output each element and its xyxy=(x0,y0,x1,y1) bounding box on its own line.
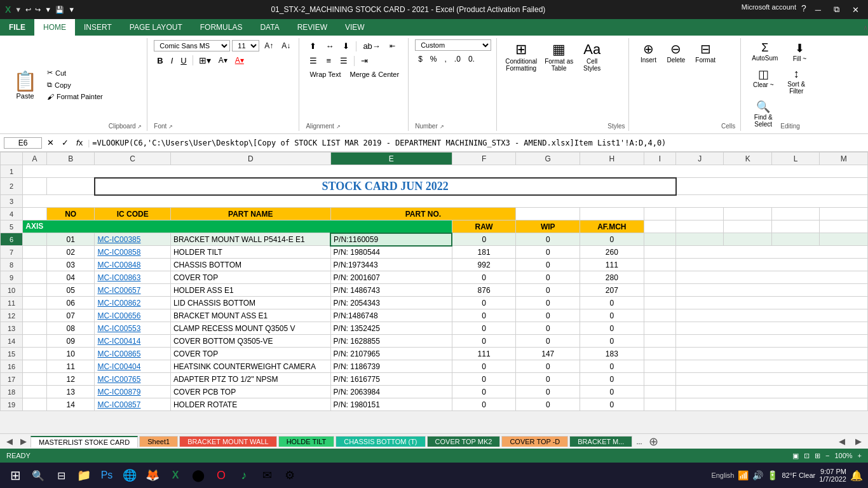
cell-h14[interactable]: 0 xyxy=(580,335,644,348)
cell-g11[interactable]: 0 xyxy=(516,297,580,309)
cell-g12[interactable]: 0 xyxy=(516,309,580,322)
increase-font-button[interactable]: A↑ xyxy=(261,39,276,52)
cell-e15[interactable]: P/N: 2107965 xyxy=(330,348,452,360)
font-family-select[interactable]: Comic Sans MS xyxy=(154,40,230,51)
align-center-button[interactable]: ≡ xyxy=(322,54,335,67)
cell-i11[interactable] xyxy=(644,297,675,309)
cell-l6[interactable] xyxy=(771,233,819,246)
cell-h15[interactable]: 183 xyxy=(580,348,644,360)
wrap-text-button[interactable]: Wrap Text xyxy=(306,69,344,80)
cell-f5-raw[interactable]: RAW xyxy=(452,220,516,233)
cell-d13[interactable]: CLAMP RECESS MOUNT Q3505 V xyxy=(170,322,330,335)
file-explorer-icon[interactable]: 📁 xyxy=(74,465,94,485)
format-as-table-button[interactable]: ▦ Format as Table xyxy=(541,39,576,74)
firefox-icon[interactable]: 🦊 xyxy=(142,465,163,485)
cell-g13[interactable]: 0 xyxy=(516,322,580,335)
spotify-icon[interactable]: ♪ xyxy=(234,465,254,485)
cell-b7[interactable]: 02 xyxy=(46,246,94,259)
col-header-k[interactable]: K xyxy=(724,152,771,165)
cell-i15[interactable] xyxy=(644,348,675,360)
cell-a4[interactable] xyxy=(23,208,47,220)
cell-f15[interactable]: 111 xyxy=(452,348,516,360)
cell-f9[interactable]: 0 xyxy=(452,271,516,284)
cell-reference-box[interactable]: E6 xyxy=(4,137,42,149)
orientation-button[interactable]: ab→ xyxy=(359,39,384,53)
cell-k4[interactable] xyxy=(724,208,771,220)
sheet-tab-cover-top-d[interactable]: COVER TOP -D xyxy=(501,436,568,447)
cell-j10[interactable] xyxy=(676,284,868,297)
col-header-d[interactable]: D xyxy=(170,152,330,165)
cell-b12[interactable]: 07 xyxy=(46,309,94,322)
photoshop-icon[interactable]: Ps xyxy=(97,465,117,485)
cell-i7[interactable] xyxy=(644,246,675,259)
sheet-tab-cover-top-mk2[interactable]: COVER TOP MK2 xyxy=(427,436,501,447)
cell-e10[interactable]: P/N: 1486743 xyxy=(330,284,452,297)
insert-button[interactable]: ⊕ Insert xyxy=(635,39,661,65)
align-left-button[interactable]: ☰ xyxy=(306,54,321,67)
col-header-a[interactable]: A xyxy=(23,152,47,165)
fill-button[interactable]: ⬇ Fill ~ xyxy=(783,39,815,64)
start-button[interactable]: ⊞ xyxy=(5,465,25,485)
cell-g18[interactable]: 0 xyxy=(516,386,580,398)
percent-button[interactable]: % xyxy=(427,53,440,65)
autosum-button[interactable]: Σ AutoSum xyxy=(747,39,782,64)
accounting-format-button[interactable]: $ xyxy=(415,53,426,65)
insert-function-button[interactable]: fx xyxy=(74,137,85,148)
align-bottom-button[interactable]: ⬇ xyxy=(339,39,353,53)
cell-a16[interactable] xyxy=(23,360,47,373)
col-header-m[interactable]: M xyxy=(820,152,868,165)
restore-button[interactable]: ⧉ xyxy=(830,3,843,16)
cell-j15[interactable] xyxy=(676,348,868,360)
cell-j9[interactable] xyxy=(676,271,868,284)
tab-scroll-left-button[interactable]: ◀ xyxy=(3,435,17,447)
borders-button[interactable]: ⊞▾ xyxy=(196,53,214,67)
cell-h11[interactable]: 0 xyxy=(580,297,644,309)
cell-j17[interactable] xyxy=(676,373,868,386)
tab-formulas[interactable]: FORMULAS xyxy=(191,19,252,36)
cell-b14[interactable]: 09 xyxy=(46,335,94,348)
cell-d6[interactable]: BRACKET MOUNT WALL P5414-E E1 xyxy=(170,233,330,246)
cell-a14[interactable] xyxy=(23,335,47,348)
cell-h4[interactable] xyxy=(580,208,644,220)
zoom-in-button[interactable]: + xyxy=(858,452,862,459)
cell-c19-link[interactable]: MC-IC00857 xyxy=(95,398,171,411)
copy-button[interactable]: ⧉ Copy xyxy=(44,79,106,90)
cell-f13[interactable]: 0 xyxy=(452,322,516,335)
cell-d8[interactable]: CHASSIS BOTTOM xyxy=(170,259,330,271)
tab-home[interactable]: HOME xyxy=(34,19,75,36)
sheet-tab-bracket-m[interactable]: BRACKET M... xyxy=(569,436,632,447)
cell-k6[interactable] xyxy=(724,233,771,246)
cell-j4[interactable] xyxy=(676,208,724,220)
cell-g17[interactable]: 0 xyxy=(516,373,580,386)
cell-c6-link[interactable]: MC-IC00385 xyxy=(95,233,171,246)
add-sheet-button[interactable]: ⊕ xyxy=(649,435,658,449)
sheet-tab-bracket-mount-wall[interactable]: BRACKET MOUNT WALL xyxy=(179,436,277,447)
cell-a12[interactable] xyxy=(23,309,47,322)
italic-button[interactable]: I xyxy=(168,54,177,67)
cell-h16[interactable]: 0 xyxy=(580,360,644,373)
cell-e4-partno[interactable]: PART NO. xyxy=(330,208,516,220)
cell-a5-axis[interactable]: AXIS xyxy=(23,220,452,233)
sheet-tab-chassis-bottom[interactable]: CHASSIS BOTTOM (T) xyxy=(336,436,425,447)
cell-b19[interactable]: 14 xyxy=(46,398,94,411)
cell-j5[interactable] xyxy=(676,220,724,233)
cell-styles-button[interactable]: Aa Cell Styles xyxy=(578,39,606,74)
cell-title[interactable]: STOCK CARD JUN 2022 xyxy=(95,178,676,195)
normal-view-button[interactable]: ▣ xyxy=(792,452,799,460)
cell-g4[interactable] xyxy=(516,208,580,220)
tab-scroll-right-button[interactable]: ▶ xyxy=(17,435,31,447)
cell-k5[interactable] xyxy=(724,220,771,233)
cell-h6[interactable]: 0 xyxy=(580,233,644,246)
cell-c13-link[interactable]: MC-IC00553 xyxy=(95,322,171,335)
cell-b9[interactable]: 04 xyxy=(46,271,94,284)
cell-e14[interactable]: P/N: 1628855 xyxy=(330,335,452,348)
cell-f16[interactable]: 0 xyxy=(452,360,516,373)
cell-a6[interactable] xyxy=(23,233,47,246)
sheet-tab-masterlist[interactable]: MASTERLIST STOKE CARD xyxy=(31,436,138,447)
formula-cancel-button[interactable]: ✕ xyxy=(44,137,57,148)
cell-f6[interactable]: 0 xyxy=(452,233,516,246)
help-icon[interactable]: ? xyxy=(801,3,806,16)
cell-c14-link[interactable]: MC-IC00414 xyxy=(95,335,171,348)
cell-h17[interactable]: 0 xyxy=(580,373,644,386)
sort-filter-button[interactable]: ↕ Sort & Filter xyxy=(780,65,812,97)
